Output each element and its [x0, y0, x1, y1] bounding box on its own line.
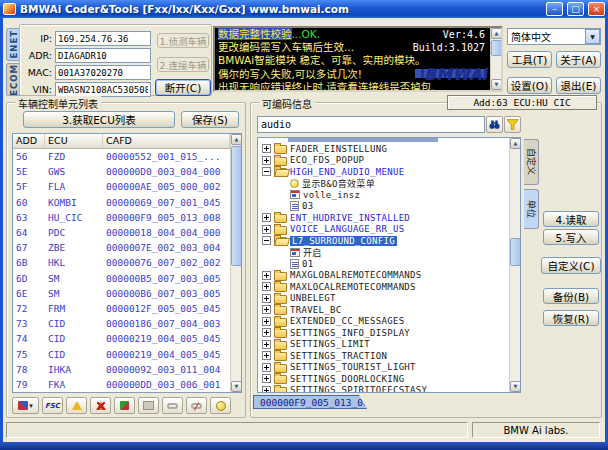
scrollbar-thumb[interactable]	[510, 238, 521, 266]
tree-item[interactable]: MAXGLOBALREMOTECOMMANDS	[258, 270, 509, 282]
toolbar-window-disabled-button[interactable]	[138, 397, 159, 414]
table-row[interactable]: 67ZBE0000007E_002_003_004	[13, 240, 230, 255]
tree-item[interactable]: SETTINGS_LIMIT	[258, 339, 509, 351]
table-row[interactable]: 79FKA000000DD_003_006_001	[13, 377, 230, 392]
find-button[interactable]	[486, 116, 503, 133]
tree-item[interactable]: UNBELEGT	[258, 293, 509, 305]
tree-item[interactable]: 显示B&O音效菜单	[258, 178, 509, 190]
toolbar-help-button[interactable]	[210, 397, 231, 414]
about-button[interactable]: 关于(A)	[556, 51, 601, 68]
tree-item[interactable]: TRAVEL_BC	[258, 304, 509, 316]
get-ecu-list-button[interactable]: 3.获取ECU列表	[23, 111, 175, 128]
ip-input[interactable]	[55, 31, 151, 46]
tree-scrollbar[interactable]: ▲ ▼	[509, 138, 520, 392]
table-row[interactable]: 6ESM000000B6_007_003_005	[13, 286, 230, 301]
exit-button[interactable]: 退出(E)	[556, 77, 601, 94]
mac-input[interactable]	[55, 65, 151, 80]
search-input[interactable]	[257, 116, 485, 133]
scroll-up-icon[interactable]: ▲	[491, 28, 502, 39]
read-button[interactable]: 4.读取	[543, 211, 599, 227]
expand-icon[interactable]	[262, 271, 271, 280]
maximize-button[interactable]: □	[567, 2, 584, 16]
filter-button[interactable]	[504, 116, 521, 133]
toolbar-flag-button[interactable]	[114, 397, 135, 414]
table-row[interactable]: 6BHKL00000076_007_002_002	[13, 255, 230, 270]
detect-vehicle-button[interactable]: 1.侦测车辆	[157, 33, 209, 48]
cafd-bottom-tab[interactable]: 000000F9_005_013_008	[253, 395, 367, 409]
tree-item[interactable]: L7_SURROUND_CONFIG	[258, 235, 509, 247]
scroll-down-icon[interactable]: ▼	[491, 79, 502, 90]
expand-icon[interactable]	[262, 282, 271, 291]
close-button[interactable]: ×	[588, 2, 605, 16]
tree-item[interactable]: SETTINGS_INFO_DISPLAY	[258, 327, 509, 339]
tree-item[interactable]: volle_insz	[258, 189, 509, 201]
side-tab[interactable]: 自定义	[524, 139, 539, 185]
tab-ecom[interactable]: ECOM	[6, 63, 20, 96]
table-row[interactable]: 63HU_CIC000000F9_005_013_008	[13, 210, 230, 225]
disconnect-button[interactable]: 断开(C)	[155, 79, 211, 96]
toolbar-link-button[interactable]	[162, 397, 183, 414]
toolbar-tools-dropdown-button[interactable]: ▾	[12, 397, 39, 414]
table-row[interactable]: 64PDC00000018_004_004_000	[13, 225, 230, 240]
language-select[interactable]: 简体中文 ▼	[507, 28, 601, 45]
tab-enet[interactable]: ENET	[6, 28, 20, 61]
tree-item[interactable]: MAXLOCALREMOTECOMMANDS	[258, 281, 509, 293]
backup-button[interactable]: 备份(B)	[543, 288, 599, 304]
toolbar-fsc-button[interactable]: FSC	[42, 397, 63, 414]
table-row[interactable]: 5EGWS000000D0_003_004_000	[13, 164, 230, 179]
tree-item[interactable]: EXTENDED_CC_MESSAGES	[258, 316, 509, 328]
column-header[interactable]: CAFD	[103, 134, 230, 148]
scroll-up-icon[interactable]: ▲	[510, 138, 521, 149]
expand-icon[interactable]	[262, 305, 271, 314]
tree-item[interactable]: 03	[258, 201, 509, 213]
tree-item[interactable]: FADER_EINSTELLUNG	[258, 143, 509, 155]
expand-icon[interactable]	[262, 363, 271, 372]
scrollbar-thumb[interactable]	[231, 146, 242, 266]
expand-icon[interactable]	[262, 213, 271, 222]
adr-input[interactable]	[55, 48, 151, 63]
column-header[interactable]: ADD	[13, 134, 45, 148]
table-row[interactable]: 78IHKA00000092_003_011_004	[13, 362, 230, 377]
custom-button[interactable]: 自定义(C)	[541, 257, 601, 274]
side-tab[interactable]: 单位	[524, 189, 539, 229]
expand-icon[interactable]	[262, 156, 271, 165]
table-row[interactable]: 73CID00000186_007_004_003	[13, 316, 230, 331]
table-row[interactable]: 74CID00000219_004_005_045	[13, 331, 230, 346]
connect-vehicle-button[interactable]: 2.连接车辆	[157, 57, 209, 72]
write-button[interactable]: 5.写入	[543, 229, 599, 245]
expand-icon[interactable]	[262, 294, 271, 303]
column-header[interactable]: ECU	[45, 134, 103, 148]
restore-button[interactable]: 恢复(R)	[543, 310, 599, 326]
tree-item[interactable]: 开启	[258, 247, 509, 259]
tree-item[interactable]: ENT_HUDRIVE_INSTALLED	[258, 212, 509, 224]
table-row[interactable]: 5FFLA000000AE_005_000_002	[13, 179, 230, 194]
expand-icon[interactable]	[262, 317, 271, 326]
expand-icon[interactable]	[262, 340, 271, 349]
ecu-table-scrollbar[interactable]: ▲ ▼	[230, 134, 241, 392]
expand-icon[interactable]	[262, 386, 271, 393]
table-row[interactable]: 75CID00000219_004_005_045	[13, 346, 230, 361]
console-scrollbar[interactable]: ▲ ▼	[490, 28, 501, 90]
tree-item[interactable]: ECO_FDS_POPUP	[258, 155, 509, 167]
settings-button[interactable]: 设置(O)	[507, 77, 552, 94]
tree-item[interactable]: SETTINGS_TRACTION	[258, 350, 509, 362]
table-row[interactable]: 6DSM000000B5_007_003_005	[13, 271, 230, 286]
toolbar-antenna-error-button[interactable]	[90, 397, 111, 414]
scroll-down-icon[interactable]: ▼	[231, 381, 242, 392]
expand-icon[interactable]	[262, 328, 271, 337]
expand-icon[interactable]	[262, 374, 271, 383]
table-row[interactable]: 56FZD00000552_001_015_...	[13, 149, 230, 164]
scroll-down-icon[interactable]: ▼	[510, 381, 521, 392]
tree-item[interactable]: HIGH_END_AUDIO_MENUE	[258, 166, 509, 178]
scrollbar-thumb[interactable]	[491, 40, 502, 56]
expand-icon[interactable]	[262, 351, 271, 360]
save-button[interactable]: 保存(S)	[181, 111, 239, 128]
tree-item[interactable]: SETTINGS_TOURIST_LIGHT	[258, 362, 509, 374]
toolbar-warning-button[interactable]	[66, 397, 87, 414]
tree-item[interactable]: VOICE_LANGUAGE_RR_US	[258, 224, 509, 236]
tools-button[interactable]: 工具(T)	[507, 51, 552, 68]
title-bar[interactable]: BMWAi Coder&Tools [Fxx/Ixx/Kxx/Gxx] www.…	[0, 0, 608, 18]
expand-icon[interactable]	[262, 225, 271, 234]
scroll-up-icon[interactable]: ▲	[231, 134, 242, 145]
chevron-down-icon[interactable]: ▼	[585, 29, 600, 44]
